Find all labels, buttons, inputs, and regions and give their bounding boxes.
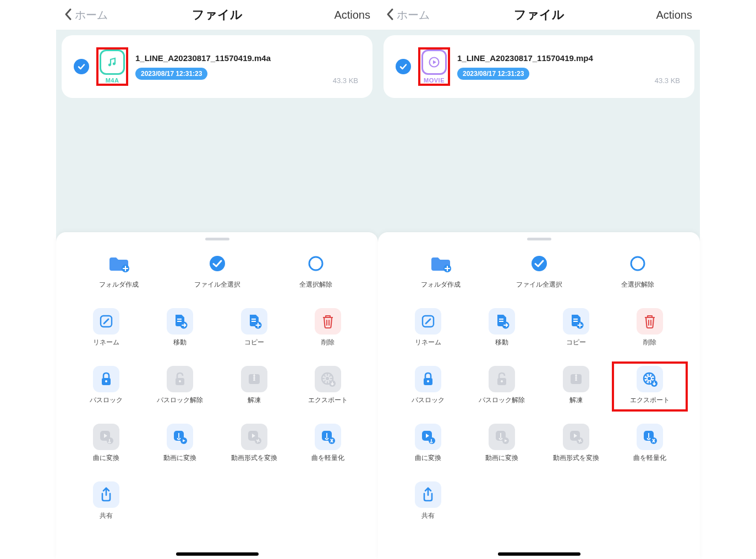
trash-icon <box>637 308 663 335</box>
action-label: ファイル全選択 <box>194 280 240 289</box>
export-icon <box>315 366 341 392</box>
actions-button[interactable]: Actions <box>288 9 370 21</box>
svg-point-0 <box>108 64 111 67</box>
file-type-label: MOVIE <box>421 77 447 84</box>
sheet-handle[interactable] <box>205 238 229 240</box>
action-passlock-remove: パスロック解除 <box>143 363 217 410</box>
file-list: MOVIE 1_LINE_A20230817_11570419.mp4 2023… <box>378 30 700 265</box>
action-rename[interactable]: リネーム <box>69 305 143 353</box>
file-row[interactable]: M4A 1_LINE_A20230817_11570419.m4a 2023/0… <box>62 35 372 98</box>
video-format-icon <box>241 424 267 450</box>
back-button[interactable]: ホーム <box>64 8 146 23</box>
file-copy-icon <box>563 308 589 335</box>
action-to-video: 動画に変換 <box>465 420 539 468</box>
file-copy-icon <box>241 308 267 335</box>
action-new-folder[interactable]: フォルダ作成 <box>99 247 139 295</box>
action-label: 移動 <box>173 338 187 347</box>
action-deselect-all[interactable]: 全選択解除 <box>299 247 332 295</box>
svg-point-14 <box>326 377 329 380</box>
action-delete[interactable]: 削除 <box>291 305 365 353</box>
action-label: フォルダ作成 <box>421 280 461 289</box>
action-deselect-all[interactable]: 全選択解除 <box>621 247 654 295</box>
svg-point-32 <box>427 380 429 382</box>
file-list: M4A 1_LINE_A20230817_11570419.m4a 2023/0… <box>56 30 378 265</box>
file-name: 1_LINE_A20230817_11570419.mp4 <box>457 53 682 64</box>
archive-icon <box>563 366 589 392</box>
page-title: ファイル <box>514 7 565 23</box>
action-copy[interactable]: コピー <box>217 305 291 353</box>
action-to-audio[interactable]: 曲に変換 <box>391 420 465 468</box>
action-to-video[interactable]: 動画に変換 <box>143 420 217 468</box>
phone-left: ホーム ファイル Actions M4A 1_LINE_A20230817_11… <box>56 0 378 559</box>
actions-button[interactable]: Actions <box>610 9 692 21</box>
to-video-icon <box>489 424 515 450</box>
archive-icon <box>241 366 267 392</box>
unlock-icon <box>489 366 515 392</box>
check-filled-icon <box>526 250 552 277</box>
action-copy[interactable]: コピー <box>539 305 613 353</box>
file-row[interactable]: MOVIE 1_LINE_A20230817_11570419.mp4 2023… <box>384 35 694 98</box>
checkbox-selected[interactable] <box>74 59 89 74</box>
file-move-icon <box>167 308 193 335</box>
action-to-audio: 曲に変換 <box>69 420 143 468</box>
action-export[interactable]: エクスポート <box>613 363 687 410</box>
action-label: 動画形式を変換 <box>553 453 599 463</box>
file-type-icon-m4a <box>100 50 125 75</box>
action-share[interactable]: 共有 <box>69 478 143 526</box>
svg-point-4 <box>309 257 322 270</box>
lock-icon <box>415 366 441 392</box>
trash-icon <box>315 308 341 335</box>
file-type-label: M4A <box>100 77 125 84</box>
action-select-all[interactable]: ファイル全選択 <box>516 247 562 295</box>
action-new-folder[interactable]: フォルダ作成 <box>421 247 461 295</box>
action-select-all[interactable]: ファイル全選択 <box>194 247 240 295</box>
folder-plus-icon <box>428 250 454 277</box>
to-video-icon <box>167 424 193 450</box>
action-label: 共有 <box>421 511 435 520</box>
action-label: パスロック <box>412 396 445 405</box>
folder-plus-icon <box>106 250 132 277</box>
circle-outline-icon <box>624 250 651 277</box>
action-label: 削除 <box>321 338 335 347</box>
back-button[interactable]: ホーム <box>386 8 468 23</box>
action-passlock-remove: パスロック解除 <box>465 363 539 410</box>
file-name: 1_LINE_A20230817_11570419.m4a <box>135 53 360 64</box>
action-move[interactable]: 移動 <box>465 305 539 353</box>
action-label: 全選択解除 <box>621 280 654 289</box>
file-size: 43.3 KB <box>655 76 680 85</box>
action-passlock[interactable]: パスロック <box>69 363 143 410</box>
svg-point-34 <box>501 380 503 382</box>
action-label: 移動 <box>495 338 508 347</box>
action-label: 動画形式を変換 <box>231 453 277 463</box>
home-indicator[interactable] <box>176 552 259 556</box>
action-optimize-audio[interactable]: 曲を軽量化 <box>291 420 365 468</box>
file-move-icon <box>489 308 515 335</box>
action-label: リネーム <box>93 338 119 347</box>
highlight-box: MOVIE <box>418 47 450 86</box>
action-label: 解凍 <box>248 396 261 405</box>
action-move[interactable]: 移動 <box>143 305 217 353</box>
check-filled-icon <box>204 250 231 277</box>
home-indicator[interactable] <box>498 552 580 556</box>
action-delete[interactable]: 削除 <box>613 305 687 353</box>
action-label: パスロック解除 <box>157 396 203 405</box>
action-label: 動画に変換 <box>163 453 196 463</box>
navbar: ホーム ファイル Actions <box>56 0 378 30</box>
action-rename[interactable]: リネーム <box>391 305 465 353</box>
action-label: リネーム <box>415 338 441 347</box>
chevron-left-icon <box>386 8 396 22</box>
action-label: フォルダ作成 <box>99 280 139 289</box>
action-label: ファイル全選択 <box>516 280 562 289</box>
action-video-format: 動画形式を変換 <box>217 420 291 468</box>
action-share[interactable]: 共有 <box>391 478 465 526</box>
action-label: 動画に変換 <box>485 453 518 463</box>
action-passlock[interactable]: パスロック <box>391 363 465 410</box>
action-extract: 解凍 <box>217 363 291 410</box>
action-label: 削除 <box>643 338 656 347</box>
svg-point-9 <box>105 380 107 382</box>
action-label: 共有 <box>100 511 113 520</box>
checkbox-selected[interactable] <box>396 59 411 74</box>
to-audio-icon <box>415 424 441 450</box>
sheet-handle[interactable] <box>527 238 551 240</box>
action-optimize-audio[interactable]: 曲を軽量化 <box>613 420 687 468</box>
